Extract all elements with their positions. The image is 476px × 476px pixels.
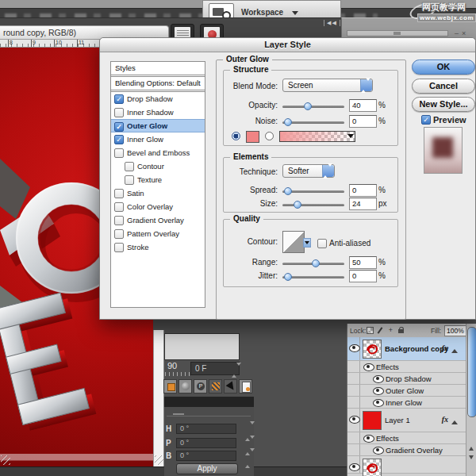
technique-dropdown[interactable]: Softer bbox=[282, 164, 335, 178]
range-field[interactable]: 50 bbox=[349, 256, 377, 269]
resize-grip[interactable] bbox=[1, 455, 10, 465]
contour-arrow-icon[interactable] bbox=[303, 238, 311, 248]
edges-mode-icon[interactable] bbox=[209, 379, 222, 393]
visibility-eye-icon[interactable] bbox=[349, 463, 360, 471]
style-item-contour[interactable]: Contour bbox=[111, 159, 205, 173]
checkbox-icon[interactable] bbox=[114, 202, 124, 212]
style-item-stroke[interactable]: Stroke bbox=[111, 240, 205, 254]
contour-thumbnail[interactable] bbox=[282, 231, 305, 253]
style-item-gradient-overlay[interactable]: Gradient Overlay bbox=[111, 213, 205, 227]
size-slider[interactable] bbox=[282, 204, 344, 206]
scroll-up-icon[interactable] bbox=[469, 444, 474, 451]
layers-scrollbar[interactable] bbox=[466, 324, 476, 476]
effect-name[interactable]: Gradient Overlay bbox=[386, 446, 443, 455]
visibility-eye-icon[interactable] bbox=[373, 399, 384, 407]
slider-thumb[interactable] bbox=[304, 102, 312, 110]
effect-row-drop-shadow[interactable]: Drop Shadow bbox=[347, 373, 466, 385]
cancel-button[interactable]: Cancel bbox=[412, 79, 475, 94]
style-item-pattern-overlay[interactable]: Pattern Overlay bbox=[111, 227, 205, 240]
effect-row-effects[interactable]: Effects bbox=[347, 361, 466, 373]
lock-all-icon[interactable] bbox=[397, 327, 405, 334]
resize-grip[interactable] bbox=[155, 455, 163, 465]
blend-mode-dropdown[interactable]: Screen bbox=[282, 79, 373, 92]
gradient-arrow-icon[interactable] bbox=[347, 134, 354, 141]
slider-thumb[interactable] bbox=[284, 187, 292, 195]
style-item-drop-shadow[interactable]: ✓Drop Shadow bbox=[111, 92, 205, 106]
timeline-scrubber[interactable] bbox=[347, 30, 448, 36]
visibility-eye-icon[interactable] bbox=[363, 363, 374, 371]
style-item-bevel-and-emboss[interactable]: Bevel and Emboss bbox=[111, 146, 205, 159]
style-item-satin[interactable]: Satin bbox=[111, 186, 205, 200]
effect-name[interactable]: Inner Glow bbox=[386, 398, 422, 407]
axis-value-field[interactable]: 0 ° bbox=[176, 451, 236, 461]
frame-field[interactable]: 0 F bbox=[190, 362, 240, 375]
effect-name[interactable]: Outer Glow bbox=[386, 386, 424, 395]
effect-name[interactable]: Effects bbox=[376, 434, 399, 443]
layer-thumbnail[interactable] bbox=[363, 411, 382, 430]
stepper-icon[interactable] bbox=[245, 424, 251, 434]
checkbox-icon[interactable] bbox=[114, 216, 124, 225]
checkbox-icon[interactable] bbox=[114, 108, 124, 117]
gradient-radio[interactable] bbox=[265, 132, 274, 140]
window-controls[interactable]: –× bbox=[455, 29, 469, 37]
checkbox-icon[interactable]: ✓ bbox=[114, 122, 124, 132]
layer-thumbnail[interactable] bbox=[363, 340, 382, 359]
spread-field[interactable]: 0 bbox=[349, 184, 377, 197]
visibility-eye-icon[interactable] bbox=[373, 387, 384, 395]
visibility-eye-icon[interactable] bbox=[373, 447, 384, 455]
range-slider[interactable] bbox=[282, 263, 344, 265]
lock-paint-icon[interactable] bbox=[377, 327, 384, 334]
checkbox-icon[interactable]: ✓ bbox=[114, 94, 124, 104]
close-icon[interactable]: × bbox=[462, 29, 469, 37]
cursor-arrow-icon[interactable] bbox=[224, 379, 237, 393]
layer-thumbnail[interactable] bbox=[363, 459, 382, 476]
collapse-effects-icon[interactable] bbox=[451, 417, 458, 424]
jitter-slider[interactable] bbox=[282, 276, 344, 278]
collapse-effects-icon[interactable] bbox=[451, 346, 458, 353]
effect-row-effects[interactable]: Effects bbox=[347, 432, 466, 444]
minimize-icon[interactable]: – bbox=[455, 29, 462, 37]
glow-color-swatch[interactable] bbox=[246, 131, 259, 143]
checkbox-icon[interactable]: ✓ bbox=[114, 135, 124, 144]
points-mode-icon[interactable]: P bbox=[194, 379, 207, 393]
layer-row-layer-1[interactable]: Layer 1fx bbox=[347, 409, 466, 432]
style-item-color-overlay[interactable]: Color Overlay bbox=[111, 200, 205, 213]
preview-checkbox[interactable]: ✓ bbox=[421, 115, 431, 125]
stepper-icon[interactable] bbox=[232, 364, 237, 373]
ok-button[interactable]: OK bbox=[412, 60, 475, 75]
effect-name[interactable]: Effects bbox=[376, 363, 399, 371]
apply-button[interactable]: Apply bbox=[176, 463, 238, 474]
layer-name[interactable]: Layer 1 bbox=[385, 416, 410, 424]
model-mode-icon[interactable] bbox=[163, 379, 177, 393]
visibility-eye-icon[interactable] bbox=[373, 375, 384, 383]
lock-move-icon[interactable]: + bbox=[387, 327, 394, 334]
layer-row[interactable] bbox=[347, 456, 466, 474]
effect-row-gradient-overlay[interactable]: Gradient Overlay bbox=[347, 444, 466, 456]
workspace-dropdown[interactable]: Workspace bbox=[241, 8, 283, 17]
style-item-texture[interactable]: Texture bbox=[111, 173, 205, 186]
object-mode-icon[interactable] bbox=[178, 379, 192, 393]
style-item-outer-glow[interactable]: ✓Outer Glow bbox=[111, 119, 205, 132]
scroll-down-icon[interactable] bbox=[469, 455, 474, 462]
anti-aliased-checkbox[interactable] bbox=[317, 239, 327, 248]
jitter-field[interactable]: 0 bbox=[349, 270, 377, 282]
scrubber-thumb[interactable] bbox=[393, 32, 401, 35]
noise-field[interactable]: 0 bbox=[349, 115, 377, 128]
collapse-panel-icon[interactable]: ◀◀ bbox=[324, 20, 340, 26]
checkbox-icon[interactable] bbox=[114, 229, 124, 239]
dropdown-stepper-icon[interactable] bbox=[322, 165, 334, 177]
checkbox-icon[interactable] bbox=[114, 243, 124, 252]
stepper-icon[interactable] bbox=[245, 439, 251, 448]
fx-icon[interactable]: fx bbox=[442, 415, 448, 424]
gradient-picker[interactable] bbox=[279, 131, 355, 142]
visibility-eye-icon[interactable] bbox=[349, 344, 360, 352]
axis-value-field[interactable]: 0 ° bbox=[176, 438, 236, 448]
checkbox-icon[interactable] bbox=[125, 175, 134, 185]
dialog-title[interactable]: Layer Style bbox=[100, 38, 475, 52]
color-radio[interactable] bbox=[232, 132, 240, 140]
slider-thumb[interactable] bbox=[284, 273, 292, 281]
spread-slider[interactable] bbox=[282, 190, 344, 193]
effect-row-outer-glow[interactable]: Outer Glow bbox=[347, 385, 466, 397]
blending-options-item[interactable]: Blending Options: Default bbox=[111, 77, 205, 92]
visibility-eye-icon[interactable] bbox=[349, 416, 360, 424]
